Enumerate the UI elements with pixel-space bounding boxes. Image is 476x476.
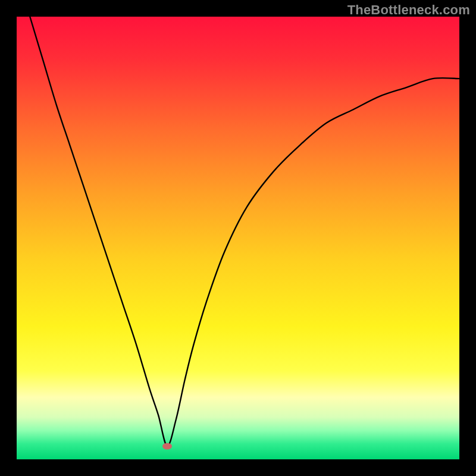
plot-area	[17, 17, 459, 459]
bottleneck-curve	[17, 17, 459, 459]
optimal-point-marker	[162, 443, 172, 449]
chart-frame: TheBottleneck.com	[0, 0, 476, 476]
watermark-text: TheBottleneck.com	[347, 2, 470, 18]
